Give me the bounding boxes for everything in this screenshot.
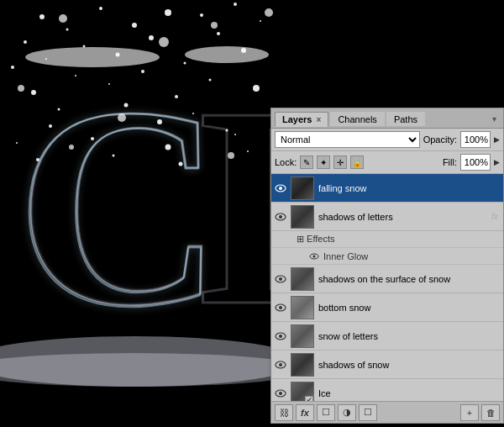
svg-point-15 <box>24 40 27 44</box>
svg-point-41 <box>36 158 39 161</box>
layer-row-shadows-of-snow[interactable]: shadows of snow <box>271 351 503 379</box>
svg-point-55 <box>25 47 160 67</box>
svg-point-26 <box>209 79 212 82</box>
svg-point-7 <box>39 14 45 19</box>
layer-name-shadows-of-letters: shadows of letters <box>317 212 491 222</box>
link-layers-btn[interactable]: ⛓ <box>275 404 293 421</box>
panel-collapse-btn[interactable]: ▾ <box>489 113 500 125</box>
new-layer-btn[interactable]: + <box>460 404 479 421</box>
group-btn[interactable]: ☐ <box>359 404 377 421</box>
layer-name-ice: Ice <box>317 388 501 398</box>
delete-layer-btn[interactable]: 🗑 <box>481 404 500 421</box>
layers-list: falling snow shadows of letters fx ⊞ Eff… <box>271 174 503 401</box>
layers-panel: Layers × Channels Paths ▾ Normal Dissolv… <box>270 108 504 424</box>
svg-text:C: C <box>15 48 223 366</box>
lock-all-icon[interactable]: 🔒 <box>350 156 364 169</box>
svg-point-46 <box>159 37 169 47</box>
layer-row-shadows-surface[interactable]: shadows on the surface of snow <box>271 265 503 293</box>
layer-row-bottom-snow[interactable]: bottom snow <box>271 293 503 322</box>
layer-row-ice[interactable]: ↙ Ice <box>271 379 503 401</box>
lock-label: Lock: <box>275 157 297 167</box>
layer-eye-falling-snow[interactable] <box>273 181 288 196</box>
svg-point-68 <box>279 335 282 338</box>
fill-arrow[interactable]: ▶ <box>494 158 500 166</box>
lock-move-icon[interactable]: ✛ <box>333 156 347 169</box>
layer-eye-shadows-of-snow[interactable] <box>273 357 288 372</box>
lock-pen-icon[interactable]: ✎ <box>300 156 313 169</box>
layer-name-falling-snow: falling snow <box>317 183 501 193</box>
layer-name-bottom-snow: bottom snow <box>317 303 501 313</box>
svg-point-23 <box>11 66 14 69</box>
layer-thumb-shadows-of-letters <box>291 205 314 229</box>
mask-btn[interactable]: ☐ <box>317 404 335 421</box>
svg-point-62 <box>313 255 316 257</box>
layer-eye-bottom-snow[interactable] <box>273 300 288 315</box>
svg-point-50 <box>118 113 126 122</box>
fill-input[interactable] <box>460 154 491 171</box>
svg-point-37 <box>16 142 18 144</box>
svg-point-25 <box>141 70 144 73</box>
svg-point-35 <box>157 119 162 124</box>
tab-paths[interactable]: Paths <box>386 112 425 126</box>
lock-row: Lock: ✎ ✦ ✛ 🔒 Fill: ▶ <box>271 151 503 174</box>
svg-point-70 <box>279 363 282 366</box>
fx-btn[interactable]: fx <box>296 404 314 421</box>
blend-mode-row: Normal Dissolve Multiply Screen Overlay … <box>271 129 503 151</box>
svg-point-10 <box>234 3 237 6</box>
svg-point-14 <box>260 20 261 22</box>
svg-point-34 <box>49 124 52 128</box>
svg-point-9 <box>165 9 171 16</box>
svg-point-18 <box>217 32 220 35</box>
svg-point-38 <box>91 137 94 140</box>
svg-point-45 <box>59 14 67 23</box>
layer-thumb-shadows-of-snow <box>291 353 314 377</box>
fx-badge-shadows: fx <box>491 212 498 221</box>
layer-thumb-bottom-snow <box>291 296 314 319</box>
svg-point-48 <box>265 8 273 17</box>
layer-thumb-shadows-surface <box>291 267 314 291</box>
svg-point-42 <box>113 155 115 157</box>
adjustment-btn[interactable]: ◑ <box>338 404 356 421</box>
svg-point-40 <box>234 134 236 135</box>
layer-row-shadows-of-letters[interactable]: shadows of letters fx <box>271 203 503 231</box>
svg-point-11 <box>66 29 69 31</box>
layer-eye-snow-of-letters[interactable] <box>273 329 288 344</box>
svg-point-49 <box>18 85 24 92</box>
main-container: C C C C I <box>0 0 504 427</box>
panel-toolbar: ⛓ fx ☐ ◑ ☐ + 🗑 <box>271 401 503 423</box>
svg-point-30 <box>253 85 260 92</box>
svg-point-27 <box>31 90 36 95</box>
svg-point-33 <box>192 113 194 114</box>
tab-layers[interactable]: Layers × <box>275 112 328 127</box>
svg-point-12 <box>132 23 137 28</box>
panel-tabs: Layers × Channels Paths ▾ <box>271 108 503 129</box>
svg-point-36 <box>226 129 228 132</box>
layer-thumb-ice: ↙ <box>291 382 314 402</box>
effect-eye-inner-glow[interactable] <box>308 250 320 262</box>
layer-eye-ice[interactable] <box>273 386 288 401</box>
layer-eye-shadows-surface[interactable] <box>273 271 288 287</box>
svg-point-66 <box>279 306 282 309</box>
svg-point-64 <box>279 277 282 281</box>
opacity-input[interactable] <box>460 131 491 148</box>
svg-point-47 <box>211 22 218 29</box>
lock-brush-icon[interactable]: ✦ <box>317 156 330 169</box>
layer-row-snow-of-letters[interactable]: snow of letters <box>271 322 503 351</box>
tab-layers-close[interactable]: × <box>317 115 322 124</box>
opacity-arrow[interactable]: ▶ <box>494 135 500 144</box>
svg-point-43 <box>179 162 183 166</box>
svg-point-13 <box>200 13 203 17</box>
layer-eye-shadows-of-letters[interactable] <box>273 209 288 224</box>
tab-channels[interactable]: Channels <box>330 112 384 126</box>
layer-row-falling-snow[interactable]: falling snow <box>271 174 503 203</box>
blend-mode-select[interactable]: Normal Dissolve Multiply Screen Overlay <box>275 131 420 148</box>
svg-point-24 <box>75 75 76 76</box>
layer-thumb-snow-of-letters <box>291 324 314 348</box>
svg-point-29 <box>175 95 178 98</box>
opacity-label: Opacity: <box>423 134 457 145</box>
svg-point-32 <box>124 103 129 108</box>
svg-point-56 <box>185 46 269 63</box>
effect-inner-glow-row[interactable]: Inner Glow <box>271 248 503 265</box>
effects-label: ⊞ Effects <box>297 234 334 245</box>
svg-point-17 <box>149 35 154 40</box>
